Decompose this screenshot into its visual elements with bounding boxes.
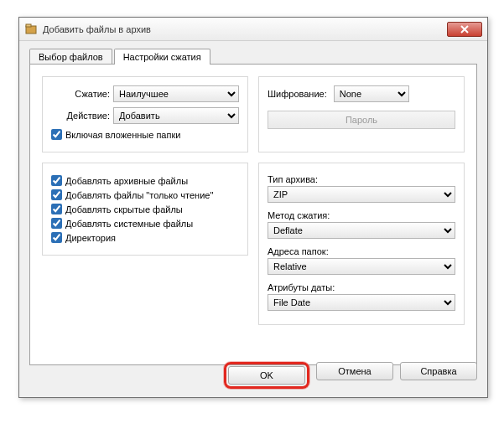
cancel-button[interactable]: Отмена	[316, 362, 393, 380]
select-encryption[interactable]: None	[334, 85, 409, 102]
tab-panel: Сжатие: Наилучшее Действие: Добавить Вк	[29, 64, 477, 365]
archive-settings-group: Тип архива: ZIP Метод сжатия: Deflate Ад…	[258, 163, 465, 325]
encryption-group: Шифрование: None Пароль	[258, 76, 465, 152]
select-date[interactable]: File Date	[268, 294, 455, 311]
checkbox-recurse[interactable]	[51, 129, 62, 140]
checkbox-add-archive[interactable]	[51, 175, 62, 186]
label-compression: Сжатие:	[51, 89, 110, 99]
select-archive-type[interactable]: ZIP	[268, 186, 455, 203]
select-action[interactable]: Добавить	[113, 107, 239, 124]
dialog-window: Добавить файлы в архив Выбор файлов Наст…	[18, 17, 488, 398]
label-action: Действие:	[51, 111, 110, 121]
label-add-archive: Добавлять архивные файлы	[65, 176, 188, 186]
label-add-readonly: Добавлять файлы "только чтение"	[65, 190, 213, 200]
app-icon	[24, 23, 38, 36]
tab-file-selection[interactable]: Выбор файлов	[29, 49, 112, 65]
select-method[interactable]: Deflate	[268, 222, 455, 239]
label-add-hidden: Добавлять скрытые файлы	[65, 204, 183, 214]
close-button[interactable]	[447, 22, 482, 37]
label-directory: Директория	[65, 233, 116, 243]
select-folder[interactable]: Relative	[268, 258, 455, 275]
label-archive-type: Тип архива:	[268, 174, 455, 184]
label-folder: Адреса папок:	[268, 246, 455, 256]
checkbox-add-readonly[interactable]	[51, 189, 62, 200]
add-flags-group: Добавлять архивные файлы Добавлять файлы…	[42, 163, 248, 256]
compression-group: Сжатие: Наилучшее Действие: Добавить Вк	[42, 76, 248, 152]
label-date: Атрибуты даты:	[268, 282, 455, 292]
ok-button[interactable]: OK	[228, 366, 305, 385]
svg-rect-1	[26, 24, 31, 27]
help-button[interactable]: Справка	[400, 362, 477, 380]
select-compression[interactable]: Наилучшее	[113, 85, 239, 102]
checkbox-directory[interactable]	[51, 232, 62, 243]
label-add-system: Добавлять системные файлы	[65, 219, 193, 229]
window-title: Добавить файлы в архив	[43, 24, 151, 34]
label-method: Метод сжатия:	[268, 210, 455, 220]
checkbox-add-system[interactable]	[51, 218, 62, 229]
tab-strip: Выбор файлов Настройки сжатия	[29, 49, 477, 65]
dialog-content: Выбор файлов Настройки сжатия Сжатие: На…	[19, 41, 487, 372]
ok-highlight: OK	[224, 362, 309, 389]
password-button: Пароль	[268, 111, 455, 129]
label-encryption: Шифрование:	[268, 89, 327, 99]
titlebar: Добавить файлы в архив	[19, 18, 487, 41]
dialog-footer: OK Отмена Справка	[224, 362, 477, 389]
tab-compression-settings[interactable]: Настройки сжатия	[114, 49, 210, 65]
checkbox-add-hidden[interactable]	[51, 204, 62, 214]
label-recurse: Включая вложенные папки	[65, 130, 180, 140]
